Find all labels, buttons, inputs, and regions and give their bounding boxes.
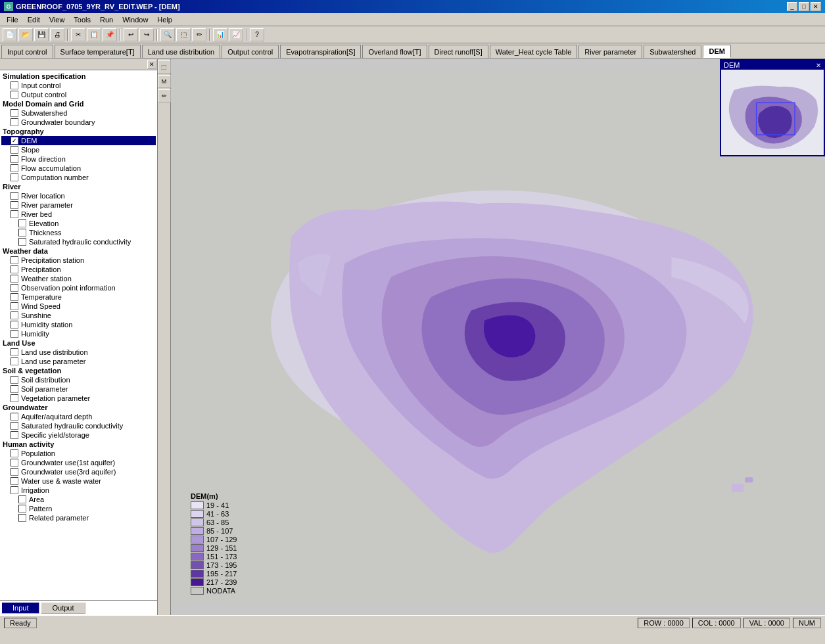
checkbox-irrigation[interactable] — [11, 486, 18, 494]
toolbar-redo[interactable]: ↪ — [139, 28, 154, 41]
close-button[interactable]: ✕ — [811, 2, 821, 11]
menu-tools[interactable]: Tools — [70, 15, 95, 24]
tab-dem[interactable]: DEM — [703, 45, 730, 58]
toolbar-help[interactable]: ? — [250, 28, 264, 41]
tree-flow-direction[interactable]: Flow direction — [1, 154, 156, 164]
tree-humidity-station[interactable]: Humidity station — [1, 320, 156, 329]
checkbox-precipitation-station[interactable] — [11, 256, 18, 264]
tree-irrigation-area[interactable]: Area — [1, 495, 156, 504]
minimize-button[interactable]: _ — [787, 2, 797, 11]
checkbox-groundwater-use-3rd[interactable] — [11, 468, 18, 476]
menu-edit[interactable]: Edit — [24, 15, 44, 24]
side-tool-1[interactable]: ⬚ — [158, 60, 171, 74]
side-tool-3[interactable]: ✏ — [158, 89, 171, 103]
tab-output-bottom[interactable]: Output — [41, 602, 85, 614]
tree-saturated-hydraulic-gw[interactable]: Saturated hydraulic conductivity — [1, 421, 156, 430]
toolbar-cut[interactable]: ✂ — [71, 28, 85, 41]
checkbox-temperature[interactable] — [11, 293, 18, 301]
tree-groundwater-use-3rd[interactable]: Groundwater use(3rd aquifer) — [1, 467, 156, 476]
tree-irrigation[interactable]: Irrigation — [1, 486, 156, 495]
toolbar-select[interactable]: ⬚ — [176, 28, 191, 41]
tree-soil-distribution[interactable]: Soil distribution — [1, 375, 156, 384]
tree-saturated-hydraulic-river[interactable]: Saturated hydraulic conductivity — [1, 237, 156, 246]
checkbox-input-control[interactable] — [11, 81, 18, 89]
checkbox-output-control[interactable] — [11, 91, 18, 99]
toolbar-paste[interactable]: 📌 — [103, 28, 117, 41]
tab-input-control[interactable]: Input control — [1, 45, 53, 58]
checkbox-population[interactable] — [11, 449, 18, 457]
tree-input-control[interactable]: Input control — [1, 81, 156, 90]
tree-river-parameter[interactable]: River parameter — [1, 200, 156, 210]
checkbox-groundwater-use-1st[interactable] — [11, 459, 18, 467]
checkbox-soil-distribution[interactable] — [11, 376, 18, 384]
tab-land-use-distribution[interactable]: Land use distribution — [142, 45, 221, 58]
checkbox-elevation[interactable] — [18, 219, 26, 227]
toolbar-copy[interactable]: 📋 — [87, 28, 101, 41]
tree-population[interactable]: Population — [1, 449, 156, 458]
checkbox-saturated-hydraulic-gw[interactable] — [11, 422, 18, 430]
tree-wind-speed[interactable]: Wind Speed — [1, 302, 156, 311]
map-area[interactable]: DEM(m) 19 - 41 41 - 63 63 - 85 85 - 107 … — [171, 59, 825, 615]
tree-precipitation[interactable]: Precipitation — [1, 265, 156, 274]
tab-input-bottom[interactable]: Input — [1, 602, 39, 614]
checkbox-saturated-hydraulic-river[interactable] — [18, 238, 26, 246]
tree-subwatershed[interactable]: Subwatershed — [1, 108, 156, 118]
tree-water-use-waste[interactable]: Water use & waste water — [1, 476, 156, 486]
tree-weather-station[interactable]: Weather station — [1, 274, 156, 283]
menu-help[interactable]: Help — [153, 15, 176, 24]
tab-subwatershed[interactable]: Subwatershed — [644, 45, 701, 58]
side-tool-2[interactable]: M — [158, 75, 171, 88]
checkbox-groundwater-boundary[interactable] — [11, 118, 18, 126]
checkbox-irrigation-area[interactable] — [18, 495, 26, 503]
tree-aquifer-depth[interactable]: Aquifer/aquitard depth — [1, 412, 156, 421]
checkbox-river-location[interactable] — [11, 192, 18, 200]
toolbar-chart[interactable]: 📈 — [229, 28, 243, 41]
tree-observation-point[interactable]: Observation point information — [1, 283, 156, 292]
checkbox-vegetation-parameter[interactable] — [11, 394, 18, 402]
checkbox-humidity[interactable] — [11, 330, 18, 338]
window-controls[interactable]: _ □ ✕ — [787, 2, 821, 11]
tree-elevation[interactable]: Elevation — [1, 219, 156, 228]
checkbox-aquifer-depth[interactable] — [11, 413, 18, 421]
checkbox-specific-yield[interactable] — [11, 431, 18, 439]
tab-direct-runoff[interactable]: Direct runoff[S] — [429, 45, 488, 58]
checkbox-sunshine[interactable] — [11, 311, 18, 319]
toolbar-zoom[interactable]: 🔍 — [160, 28, 175, 41]
tree-land-use-distribution[interactable]: Land use distribution — [1, 348, 156, 357]
tree-soil-parameter[interactable]: Soil parameter — [1, 384, 156, 394]
checkbox-precipitation[interactable] — [11, 265, 18, 273]
tree-vegetation-parameter[interactable]: Vegetation parameter — [1, 394, 156, 403]
menu-view[interactable]: View — [45, 15, 69, 24]
toolbar-print[interactable]: 🖨 — [50, 28, 64, 41]
tree-groundwater-boundary[interactable]: Groundwater boundary — [1, 118, 156, 127]
checkbox-flow-direction[interactable] — [11, 155, 18, 163]
tree-panel[interactable]: Simulation specification Input control O… — [0, 70, 157, 600]
menu-window[interactable]: Window — [118, 15, 152, 24]
checkbox-water-use-waste[interactable] — [11, 477, 18, 485]
toolbar-new[interactable]: 📄 — [3, 28, 17, 41]
checkbox-irrigation-pattern[interactable] — [18, 505, 26, 513]
checkbox-land-use-parameter[interactable] — [11, 357, 18, 365]
tree-thickness[interactable]: Thickness — [1, 228, 156, 237]
checkbox-river-parameter[interactable] — [11, 201, 18, 209]
tab-surface-temperature[interactable]: Surface temperature[T] — [55, 45, 141, 58]
checkbox-land-use-distribution[interactable] — [11, 348, 18, 356]
tree-sunshine[interactable]: Sunshine — [1, 311, 156, 320]
mini-map-close-button[interactable]: ✕ — [816, 62, 821, 69]
tab-river-parameter[interactable]: River parameter — [578, 45, 642, 58]
left-panel-close-button[interactable]: ✕ — [147, 60, 156, 69]
tab-water-heat-cycle[interactable]: Water_Heat cycle Table — [490, 45, 578, 58]
tree-irrigation-related[interactable]: Related parameter — [1, 513, 156, 522]
tree-irrigation-pattern[interactable]: Pattern — [1, 504, 156, 513]
tree-groundwater-use-1st[interactable]: Groundwater use(1st aquifer) — [1, 458, 156, 467]
checkbox-irrigation-related[interactable] — [18, 514, 26, 522]
checkbox-weather-station[interactable] — [11, 275, 18, 283]
tree-computation-number[interactable]: Computation number — [1, 173, 156, 182]
checkbox-computation-number[interactable] — [11, 173, 18, 181]
tree-specific-yield[interactable]: Specific yield/storage — [1, 430, 156, 440]
checkbox-dem[interactable] — [11, 137, 18, 145]
checkbox-observation-point[interactable] — [11, 284, 18, 292]
checkbox-humidity-station[interactable] — [11, 321, 18, 329]
tree-temperature[interactable]: Temperature — [1, 292, 156, 302]
checkbox-slope[interactable] — [11, 146, 18, 154]
